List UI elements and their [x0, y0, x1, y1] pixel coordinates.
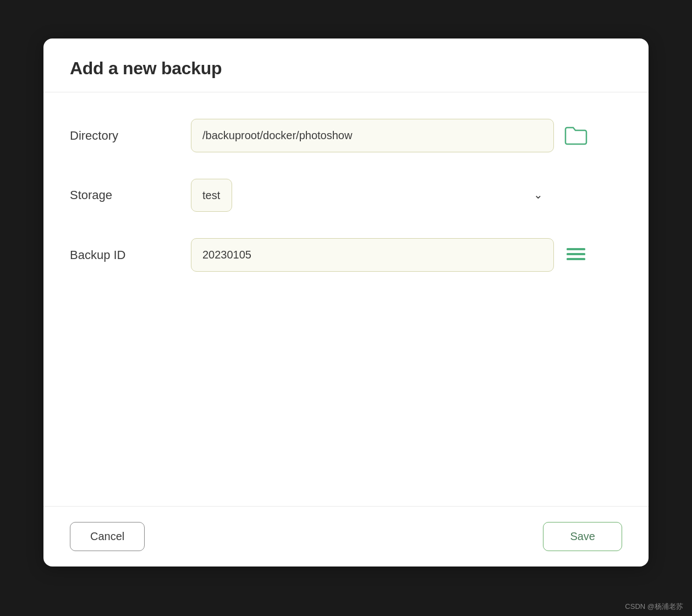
- directory-row: Directory: [70, 119, 622, 152]
- svg-rect-0: [567, 248, 585, 250]
- watermark: CSDN @杨浦老苏: [625, 602, 683, 612]
- directory-input-group: [191, 119, 622, 152]
- backup-id-label: Backup ID: [70, 248, 191, 262]
- dialog-footer: Cancel Save: [43, 507, 649, 566]
- storage-select[interactable]: test: [191, 179, 232, 212]
- list-icon-button[interactable]: [563, 242, 589, 268]
- backup-id-row: Backup ID: [70, 238, 622, 272]
- storage-row: Storage test: [70, 179, 622, 212]
- backup-id-input-group: [191, 238, 622, 272]
- backup-id-input[interactable]: [191, 238, 554, 272]
- dialog-body: Directory Storage test: [43, 92, 649, 507]
- storage-label: Storage: [70, 188, 191, 202]
- dialog-title: Add a new backup: [70, 58, 622, 79]
- list-icon: [565, 245, 586, 265]
- directory-label: Directory: [70, 129, 191, 143]
- svg-rect-1: [567, 253, 585, 255]
- dialog-header: Add a new backup: [43, 38, 649, 92]
- dialog-overlay: Add a new backup Directory Storage: [21, 22, 671, 594]
- browse-folder-button[interactable]: [563, 123, 589, 149]
- add-backup-dialog: Add a new backup Directory Storage: [43, 38, 649, 566]
- directory-input[interactable]: [191, 119, 554, 152]
- cancel-button[interactable]: Cancel: [70, 522, 145, 551]
- save-button[interactable]: Save: [543, 522, 622, 551]
- folder-icon: [564, 126, 587, 146]
- storage-input-group: test: [191, 179, 622, 212]
- svg-rect-2: [567, 258, 585, 260]
- storage-select-wrapper: test: [191, 179, 554, 212]
